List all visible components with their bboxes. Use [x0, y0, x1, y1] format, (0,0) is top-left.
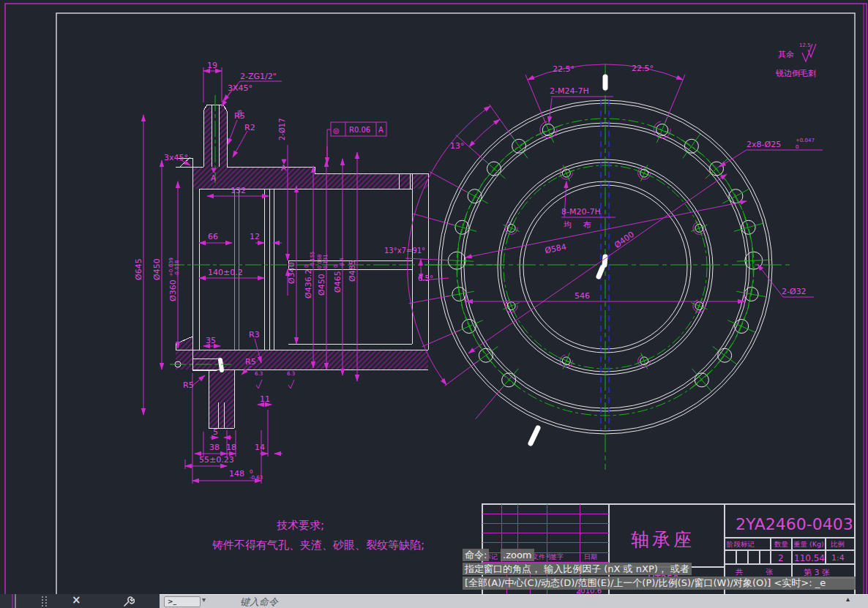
- command-prompt-line: 指定窗口的角点， 输入比例因子 (nX 或 nXP)， 或者: [463, 563, 692, 575]
- label-32: 2-Ø32: [782, 287, 807, 296]
- datum-a2: A: [281, 164, 286, 172]
- drawing-number: 2YA2460-0403: [736, 515, 853, 533]
- svg-text:0: 0: [304, 265, 310, 268]
- label-m20: 8-M20-7H: [561, 207, 601, 217]
- qty-value: 2: [778, 553, 784, 563]
- dim-r3: R3: [249, 330, 260, 339]
- roughness-2: 6.3: [287, 371, 295, 377]
- sheet-total-unit: 张: [766, 568, 773, 576]
- angle-65: 6.5°: [418, 274, 433, 282]
- svg-text:-0.4: -0.4: [339, 258, 345, 268]
- highlight-segment: [220, 360, 222, 370]
- sheet-total-label: 共: [736, 568, 743, 576]
- command-echo-zoom: .zoom: [501, 549, 534, 561]
- dim-340: Ø340: [287, 262, 296, 284]
- tech-requirements: 技术要求; 铸件不得有气孔、夹渣、砂眼、裂纹等缺陷;: [212, 519, 424, 552]
- dim-546: 546: [575, 291, 590, 301]
- part-name: 轴承座: [631, 529, 695, 550]
- angle-13: 13°: [450, 141, 465, 151]
- rev-header-date: 日期: [584, 553, 597, 560]
- wrench-icon[interactable]: [123, 596, 135, 607]
- dim-zg: 2-ZG1/2": [240, 72, 277, 81]
- dim-5: 5: [213, 427, 218, 437]
- dim-19: 19: [207, 61, 217, 70]
- dim-645: Ø645: [134, 258, 143, 280]
- section-view: 19 2-ZG1/2" 3X45° R5 R2 Ø8 2-Ø17 ◎ R0.06…: [134, 61, 505, 484]
- dim-360: Ø360: [168, 279, 178, 301]
- command-prompt-icon[interactable]: >_: [164, 596, 201, 607]
- dim-d8: Ø8: [237, 110, 243, 117]
- header-qty: 数量: [774, 540, 789, 548]
- surface-rest: 其余: [778, 50, 794, 59]
- roughness-1: 6.3: [255, 371, 263, 377]
- dim-38: 38: [209, 443, 220, 452]
- tech-req-line1: 铸件不得有气孔、夹渣、砂眼、裂纹等缺陷;: [212, 538, 424, 552]
- label-m24: 2-M24-7H: [550, 86, 589, 96]
- close-icon[interactable]: ×: [72, 593, 81, 607]
- gdt-datum: A: [378, 126, 384, 134]
- dim-r5c: R5: [245, 357, 256, 367]
- drag-grip[interactable]: [41, 596, 50, 607]
- dim-14: 14: [255, 443, 265, 452]
- dim-465: Ø465: [333, 271, 343, 293]
- header-weight: 重量 (Kg): [793, 540, 824, 548]
- header-scale: 比例: [831, 540, 845, 548]
- tech-req-title: 技术要求;: [277, 519, 324, 532]
- dim-ch-top: 3X45°: [228, 83, 252, 93]
- angle-225-right: 22.5°: [632, 64, 654, 73]
- datum-a1: A: [211, 174, 216, 182]
- scroll-up-icon[interactable]: ▴: [846, 595, 850, 603]
- dim-ch-left: 3x45°: [164, 153, 188, 162]
- dim-18: 18: [226, 443, 236, 452]
- dim-4362: Ø436.2: [304, 269, 313, 299]
- surface-deburr: 锐边倒毛刺: [775, 69, 816, 78]
- gdt-symbol: ◎: [333, 127, 340, 135]
- scale-value: 1:4: [831, 553, 845, 563]
- command-input[interactable]: >_ ▾ 键入命令 ▴: [160, 594, 868, 608]
- dim-r2: R2: [244, 123, 255, 132]
- drawing-canvas[interactable]: 19 2-ZG1/2" 3X45° R5 R2 Ø8 2-Ø17 ◎ R0.06…: [0, 0, 868, 608]
- command-placeholder: 键入命令: [240, 596, 278, 608]
- weight-value: 110.54: [794, 553, 825, 563]
- dim-148: 148: [229, 469, 244, 478]
- svg-text:-0.018: -0.018: [174, 260, 180, 277]
- command-bar: × >_ ▾ 键入命令 ▴: [0, 594, 868, 608]
- chevron-down-icon[interactable]: ▾: [202, 596, 206, 604]
- dim-r5b: R5: [183, 380, 194, 390]
- radial-extension-lines: [405, 105, 513, 419]
- command-echo-prefix: 命令:: [463, 549, 489, 561]
- angle-91: 13°x7=91°: [384, 247, 425, 255]
- header-stage: 阶段标记: [727, 540, 755, 548]
- front-centerlines: [424, 64, 790, 470]
- section-dim-texts: 19 2-ZG1/2" 3X45° R5 R2 Ø8 2-Ø17 ◎ R0.06…: [134, 61, 384, 481]
- dim-140: 140±0.2: [208, 268, 243, 277]
- dim-66: 66: [208, 232, 218, 241]
- surface-roughness: 12.5: [799, 42, 811, 48]
- front-view: 22.5° 22.5° 2-M24-7H 2x8-Ø25 +0.047 0 13…: [384, 64, 823, 470]
- label-25: 2x8-Ø25: [747, 140, 781, 149]
- autocad-window: 19 2-ZG1/2" 3X45° R5 R2 Ø8 2-Ø17 ◎ R0.06…: [0, 0, 868, 608]
- dim-12: 12: [250, 232, 260, 241]
- svg-text:-0.155: -0.155: [310, 251, 315, 268]
- svg-text:+0.039: +0.039: [168, 258, 174, 277]
- dim-55: 55±0.23: [199, 455, 234, 465]
- dim-450r: Ø450: [317, 274, 326, 296]
- svg-text:-0.131: -0.131: [323, 254, 329, 271]
- dim-11: 11: [260, 394, 270, 404]
- highlight-segments: [531, 77, 605, 443]
- surface-note: 其余 12.5 锐边倒毛刺: [775, 42, 816, 78]
- front-dimensions: [408, 64, 823, 385]
- dim-584: Ø584: [544, 242, 567, 255]
- dim-485: Ø485: [348, 260, 357, 282]
- rev-header-sign: 签字: [550, 553, 564, 560]
- svg-text:-0.068: -0.068: [317, 254, 323, 271]
- svg-text:0: 0: [796, 144, 798, 150]
- dim-35: 35: [206, 336, 216, 345]
- svg-text:+0.047: +0.047: [796, 138, 815, 143]
- gdt-value: R0.06: [349, 126, 370, 134]
- svg-text:0: 0: [333, 265, 339, 268]
- svg-text:-0.63: -0.63: [250, 475, 263, 481]
- angle-225-left: 22.5°: [553, 64, 575, 74]
- dim-2x17: 2-Ø17: [278, 118, 286, 140]
- sheet-border: [5, 4, 867, 598]
